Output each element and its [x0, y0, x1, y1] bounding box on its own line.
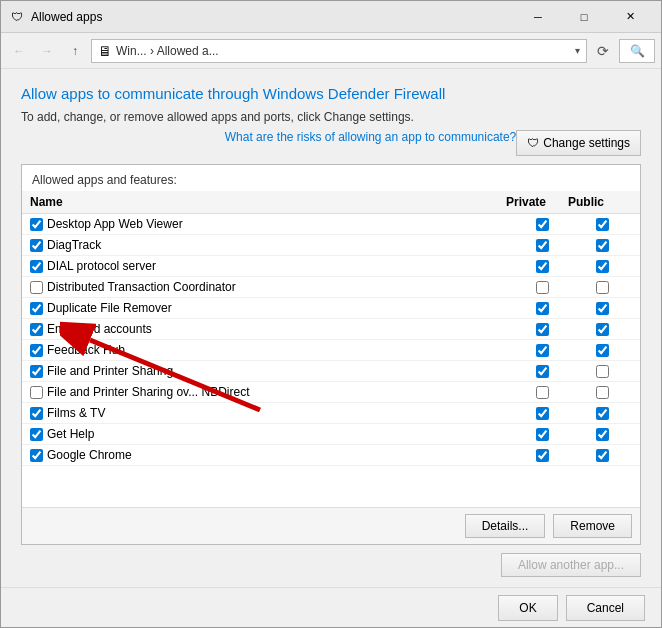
remove-button[interactable]: Remove [553, 514, 632, 538]
allow-another-app-button[interactable]: Allow another app... [501, 553, 641, 577]
row-private-checkbox[interactable] [536, 302, 549, 315]
row-main-checkbox[interactable] [30, 344, 43, 357]
row-private-checkbox[interactable] [536, 260, 549, 273]
row-name-cell: File and Printer Sharing ov... NBDirect [30, 385, 512, 399]
refresh-button[interactable]: ⟳ [591, 39, 615, 63]
row-public-checkbox[interactable] [596, 239, 609, 252]
row-private-checkbox[interactable] [536, 239, 549, 252]
panel-title: Allowed apps and features: [22, 165, 640, 191]
row-public-cell [572, 449, 632, 462]
col-name-header: Name [30, 195, 496, 209]
address-text: Win... › Allowed a... [116, 44, 571, 58]
shield-icon: 🛡 [527, 136, 539, 150]
row-main-checkbox[interactable] [30, 218, 43, 231]
row-name-cell: Duplicate File Remover [30, 301, 512, 315]
row-public-cell [572, 344, 632, 357]
row-public-checkbox[interactable] [596, 344, 609, 357]
row-public-checkbox[interactable] [596, 407, 609, 420]
row-public-checkbox[interactable] [596, 428, 609, 441]
row-public-checkbox[interactable] [596, 302, 609, 315]
row-main-checkbox[interactable] [30, 365, 43, 378]
up-button[interactable]: ↑ [63, 39, 87, 63]
row-private-checkbox[interactable] [536, 344, 549, 357]
row-main-checkbox[interactable] [30, 323, 43, 336]
row-private-checkbox[interactable] [536, 428, 549, 441]
row-label: Duplicate File Remover [47, 301, 172, 315]
row-main-checkbox[interactable] [30, 260, 43, 273]
row-public-cell [572, 428, 632, 441]
row-public-checkbox[interactable] [596, 386, 609, 399]
row-main-checkbox[interactable] [30, 386, 43, 399]
table-row: File and Printer Sharing ov... NBDirect [22, 382, 640, 403]
row-main-checkbox[interactable] [30, 239, 43, 252]
maximize-button[interactable]: □ [561, 1, 607, 33]
row-main-checkbox[interactable] [30, 449, 43, 462]
change-settings-button[interactable]: 🛡 Change settings [516, 130, 641, 156]
row-main-checkbox[interactable] [30, 428, 43, 441]
row-private-checkbox[interactable] [536, 323, 549, 336]
minimize-button[interactable]: ─ [515, 1, 561, 33]
row-public-checkbox[interactable] [596, 218, 609, 231]
row-public-cell [572, 281, 632, 294]
row-private-checkbox[interactable] [536, 365, 549, 378]
row-private-checkbox[interactable] [536, 386, 549, 399]
row-name-cell: Get Help [30, 427, 512, 441]
row-private-checkbox[interactable] [536, 407, 549, 420]
row-public-cell [572, 239, 632, 252]
row-label: Email and accounts [47, 322, 152, 336]
row-public-checkbox[interactable] [596, 449, 609, 462]
window-title: Allowed apps [31, 10, 515, 24]
row-public-cell [572, 323, 632, 336]
row-main-checkbox[interactable] [30, 281, 43, 294]
table-row: File and Printer Sharing [22, 361, 640, 382]
row-public-cell [572, 218, 632, 231]
row-name-cell: Feedback Hub [30, 343, 512, 357]
row-private-cell [512, 428, 572, 441]
row-private-checkbox[interactable] [536, 449, 549, 462]
row-private-checkbox[interactable] [536, 218, 549, 231]
details-button[interactable]: Details... [465, 514, 546, 538]
row-private-cell [512, 302, 572, 315]
ok-button[interactable]: OK [498, 595, 557, 621]
row-private-cell [512, 407, 572, 420]
title-bar: 🛡 Allowed apps ─ □ ✕ [1, 1, 661, 33]
row-private-cell [512, 260, 572, 273]
risks-link[interactable]: What are the risks of allowing an app to… [225, 130, 516, 144]
table-row: Distributed Transaction Coordinator [22, 277, 640, 298]
row-name-cell: Email and accounts [30, 322, 512, 336]
title-bar-buttons: ─ □ ✕ [515, 1, 653, 33]
row-public-cell [572, 407, 632, 420]
row-private-cell [512, 344, 572, 357]
forward-button[interactable]: → [35, 39, 59, 63]
search-icon: 🔍 [630, 44, 645, 58]
row-main-checkbox[interactable] [30, 407, 43, 420]
back-button[interactable]: ← [7, 39, 31, 63]
table-body: Desktop App Web Viewer DiagTrack DIAL pr… [22, 214, 640, 507]
panel-footer: Details... Remove [22, 507, 640, 544]
row-public-checkbox[interactable] [596, 365, 609, 378]
row-public-checkbox[interactable] [596, 281, 609, 294]
row-name-cell: DiagTrack [30, 238, 512, 252]
row-public-checkbox[interactable] [596, 260, 609, 273]
row-label: Desktop App Web Viewer [47, 217, 183, 231]
row-name-cell: Desktop App Web Viewer [30, 217, 512, 231]
row-public-cell [572, 365, 632, 378]
row-label: Distributed Transaction Coordinator [47, 280, 236, 294]
row-name-cell: DIAL protocol server [30, 259, 512, 273]
close-button[interactable]: ✕ [607, 1, 653, 33]
row-label: Google Chrome [47, 448, 132, 462]
table-row: Duplicate File Remover [22, 298, 640, 319]
table-row: DiagTrack [22, 235, 640, 256]
row-private-cell [512, 449, 572, 462]
cancel-button[interactable]: Cancel [566, 595, 645, 621]
address-box[interactable]: 🖥 Win... › Allowed a... ▾ [91, 39, 587, 63]
search-box[interactable]: 🔍 [619, 39, 655, 63]
address-dropdown-arrow: ▾ [575, 45, 580, 56]
row-public-checkbox[interactable] [596, 323, 609, 336]
row-private-checkbox[interactable] [536, 281, 549, 294]
main-window: 🛡 Allowed apps ─ □ ✕ ← → ↑ 🖥 Win... › Al… [0, 0, 662, 628]
row-main-checkbox[interactable] [30, 302, 43, 315]
table-row: Feedback Hub [22, 340, 640, 361]
row-private-cell [512, 239, 572, 252]
header-row: What are the risks of allowing an app to… [21, 130, 641, 156]
